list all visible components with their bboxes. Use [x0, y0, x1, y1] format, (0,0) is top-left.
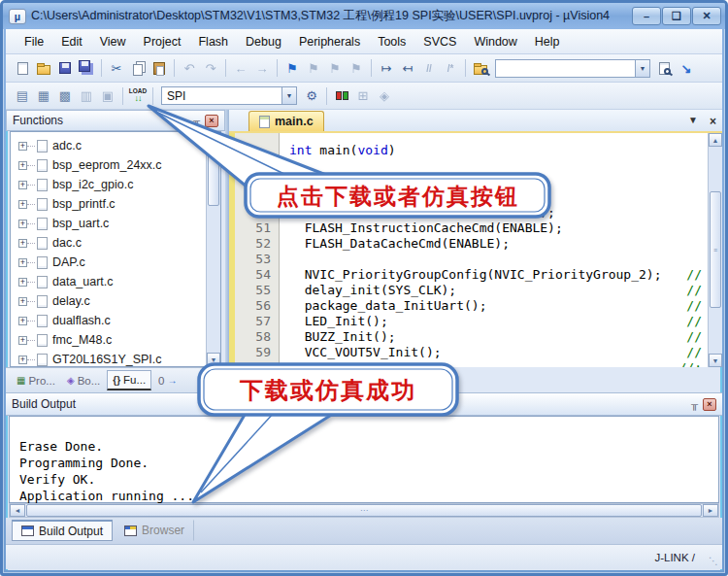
tab-list-dropdown-icon[interactable]: ▼ — [688, 115, 698, 128]
copy-button[interactable] — [127, 58, 149, 78]
expander-icon[interactable]: + — [18, 317, 27, 325]
search-combobox[interactable]: ▼ — [495, 59, 650, 78]
expander-icon[interactable]: + — [18, 161, 27, 170]
download-to-flash-button[interactable]: LOAD ↓↓ — [127, 86, 149, 106]
code-line[interactable]: 59 VCC_VOUT5V_Init();// — [235, 345, 708, 360]
scroll-thumb[interactable] — [208, 148, 219, 206]
tree-item-dac[interactable]: +dac.c — [11, 233, 206, 253]
memory-windows-button[interactable]: ◈ — [374, 86, 395, 106]
tree-item-bsp-i2c[interactable]: +bsp_i2c_gpio.c — [11, 175, 206, 194]
save-button[interactable] — [54, 58, 76, 78]
tree-scrollbar[interactable]: ▲ ▼ — [206, 132, 220, 366]
build-output-content[interactable]: Erase Done. Programming Done. Verify OK.… — [9, 416, 719, 503]
code-line[interactable] — [235, 174, 708, 189]
rebuild-button[interactable]: ▩ — [54, 86, 76, 106]
scroll-right-icon[interactable]: ► — [703, 504, 718, 517]
expander-icon[interactable]: + — [18, 239, 27, 248]
menu-project[interactable]: Project — [135, 31, 190, 52]
translate-file-button[interactable]: ▤ — [12, 86, 33, 106]
scroll-up-icon[interactable]: ▲ — [207, 132, 220, 146]
code-line[interactable]: 55 delay_init(SYS_CLK);// — [235, 283, 708, 298]
find-in-files-button[interactable] — [470, 58, 491, 78]
expander-icon[interactable]: + — [18, 220, 27, 228]
expander-icon[interactable]: + — [18, 356, 27, 364]
tree-item-bsp-uart[interactable]: +bsp_uart.c — [11, 214, 206, 233]
code-line[interactable]: 53 — [235, 252, 708, 267]
expander-icon[interactable]: + — [18, 336, 27, 345]
next-bookmark-button[interactable]: ⚑ — [324, 58, 346, 78]
new-file-button[interactable] — [12, 58, 33, 78]
maximize-button[interactable]: ❑ — [662, 7, 691, 25]
output-hscrollbar[interactable]: ◄ ⋯ ► — [9, 503, 719, 518]
search-dropdown-button[interactable]: ▼ — [635, 60, 649, 77]
menu-svcs[interactable]: SVCS — [414, 31, 465, 52]
expander-icon[interactable]: + — [18, 297, 27, 306]
code-line[interactable]: 57 LED_Init();// — [235, 314, 708, 329]
tree-item-bsp-eeprom[interactable]: +bsp_eeprom_24xx.c — [11, 155, 206, 175]
tab-build-output[interactable]: Build Output — [12, 520, 113, 541]
close-button[interactable]: ✕ — [692, 7, 721, 25]
save-all-button[interactable] — [76, 58, 97, 78]
pin-icon[interactable]: ╥ — [691, 399, 698, 410]
tab-templates[interactable]: 0→ — [153, 372, 182, 390]
tab-main-c[interactable]: main.c — [248, 111, 324, 131]
menu-peripherals[interactable]: Peripherals — [290, 31, 369, 52]
tree-item-data-uart[interactable]: +data_uart.c — [11, 272, 206, 291]
scroll-up-icon[interactable]: ▲ — [709, 133, 722, 147]
paste-button[interactable] — [149, 58, 170, 78]
functions-tree[interactable]: +adc.c +bsp_eeprom_24xx.c +bsp_i2c_gpio.… — [10, 131, 221, 367]
code-line[interactable]: 56 package_data_InitUart();// — [235, 298, 708, 314]
functions-close-button[interactable]: × — [205, 115, 218, 127]
tree-item-delay[interactable]: +delay.c — [11, 291, 206, 311]
cut-button[interactable]: ✂ — [106, 58, 127, 78]
tree-item-bsp-printf[interactable]: +bsp_printf.c — [11, 194, 206, 214]
navigate-forward-button[interactable]: → — [251, 58, 273, 78]
expander-icon[interactable]: + — [18, 181, 27, 189]
indent-button[interactable]: ↦ — [376, 58, 397, 78]
expander-icon[interactable]: + — [18, 278, 27, 287]
scroll-down-icon[interactable]: ▼ — [207, 353, 220, 366]
scroll-thumb[interactable]: ≡ — [710, 191, 721, 308]
debug-session-button[interactable] — [331, 86, 352, 106]
code-line[interactable]: int main(void) — [235, 143, 708, 158]
outdent-button[interactable]: ↤ — [397, 58, 418, 78]
menu-tools[interactable]: Tools — [369, 31, 414, 52]
options-for-target-button[interactable]: ⚙ — [301, 86, 322, 106]
target-dropdown-button[interactable]: ▼ — [281, 87, 296, 104]
code-line[interactable]: 51 FLASH_InstructionCacheCmd(ENABLE); — [235, 220, 708, 236]
tree-item-dap[interactable]: +DAP.c — [11, 253, 206, 272]
help-search-button[interactable]: ↘ — [676, 58, 697, 78]
menu-file[interactable]: File — [16, 31, 52, 52]
expander-icon[interactable]: + — [18, 200, 27, 209]
target-select[interactable]: SPI ▼ — [161, 86, 297, 105]
uncomment-button[interactable]: /* — [440, 58, 461, 78]
tab-browser[interactable]: Browser — [115, 520, 194, 541]
navigate-back-button[interactable]: ← — [230, 58, 251, 78]
code-line[interactable]: 52 FLASH_DataCacheCmd(ENABLE); — [235, 236, 708, 252]
menu-help[interactable]: Help — [526, 31, 569, 52]
window-layout-button[interactable]: ⊞ — [352, 86, 374, 106]
undo-button[interactable]: ↶ — [179, 58, 200, 78]
clear-bookmarks-button[interactable]: ⚑ — [346, 58, 367, 78]
menu-edit[interactable]: Edit — [52, 31, 91, 52]
toggle-bookmark-button[interactable]: ⚑ — [281, 58, 303, 78]
menu-debug[interactable]: Debug — [237, 31, 290, 52]
code-line[interactable]: 54 NVIC_PriorityGroupConfig(NVIC_Priorit… — [235, 267, 708, 283]
pin-icon[interactable]: ╥ — [193, 116, 200, 126]
tree-item-dualflash[interactable]: +dualflash.c — [11, 311, 206, 330]
batch-build-button[interactable]: ▥ — [76, 86, 97, 106]
minimize-button[interactable]: – — [632, 7, 661, 25]
scroll-down-icon[interactable]: ▼ — [709, 354, 722, 367]
code-line[interactable]: ); — [235, 205, 708, 220]
comment-button[interactable]: // — [418, 58, 440, 78]
expander-icon[interactable]: + — [18, 258, 27, 267]
code-area[interactable]: int main(void) ); 51 FLASH_InstructionCa… — [229, 133, 722, 367]
code-line[interactable] — [235, 189, 708, 205]
stop-build-button[interactable]: ▣ — [97, 86, 118, 106]
code-line[interactable]: 58 BUZZ_Init();// — [235, 329, 708, 345]
tab-functions[interactable]: {}Fu... — [107, 370, 151, 390]
find-text-button[interactable] — [654, 58, 676, 78]
tree-item-gt20[interactable]: +GT20L16S1Y_SPI.c — [11, 350, 206, 367]
menu-view[interactable]: View — [91, 31, 135, 52]
tab-books[interactable]: ◈Bo... — [62, 372, 105, 390]
